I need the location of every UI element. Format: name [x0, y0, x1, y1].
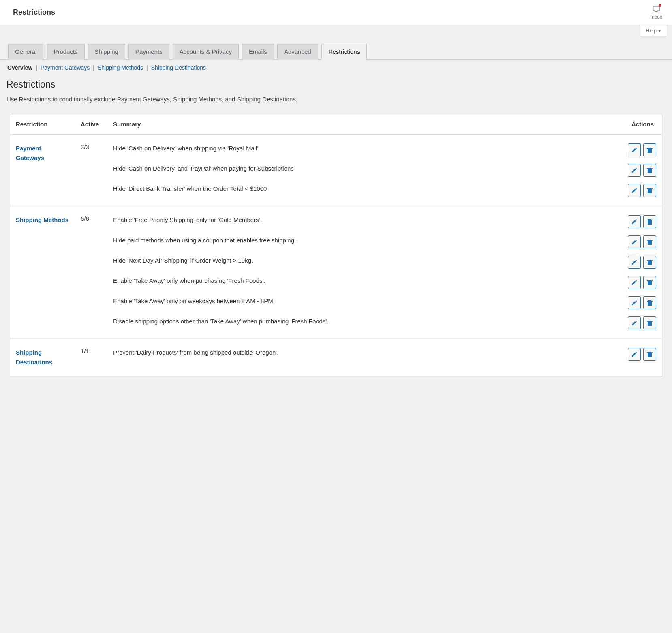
summary-row: Hide 'Direct Bank Transfer' when the Ord… [113, 184, 656, 197]
delete-button[interactable] [643, 316, 656, 329]
row-actions [628, 276, 656, 289]
restriction-link-shipping-destinations[interactable]: Shipping Destinations [16, 348, 69, 367]
active-count: 6/6 [81, 215, 89, 222]
summary-text: Hide 'Cash on Delivery' and 'PayPal' whe… [113, 164, 621, 173]
trash-icon [646, 279, 653, 286]
edit-button[interactable] [628, 184, 641, 197]
edit-button[interactable] [628, 296, 641, 309]
topbar-title: Restrictions [13, 8, 55, 17]
nav-tab-restrictions[interactable]: Restrictions [321, 44, 367, 60]
delete-button[interactable] [643, 215, 656, 228]
delete-button[interactable] [643, 164, 656, 177]
inbox-icon [652, 5, 661, 13]
pencil-icon [631, 299, 638, 306]
edit-button[interactable] [628, 348, 641, 361]
delete-button[interactable] [643, 143, 656, 156]
edit-button[interactable] [628, 164, 641, 177]
summary-text: Hide 'Cash on Delivery' when shipping vi… [113, 143, 621, 153]
nav-tab-products[interactable]: Products [47, 44, 84, 60]
table-row: Payment Gateways3/3Hide 'Cash on Deliver… [10, 135, 662, 206]
active-count: 1/1 [81, 348, 89, 355]
trash-icon [646, 147, 653, 153]
delete-button[interactable] [643, 256, 656, 269]
edit-button[interactable] [628, 256, 641, 269]
summary-row: Hide 'Cash on Delivery' when shipping vi… [113, 143, 656, 164]
nav-tab-shipping[interactable]: Shipping [88, 44, 125, 60]
edit-button[interactable] [628, 215, 641, 228]
inbox-label: Inbox [651, 14, 662, 20]
inbox-button[interactable]: Inbox [651, 5, 662, 20]
delete-button[interactable] [643, 184, 656, 197]
nav-tab-emails[interactable]: Emails [242, 44, 274, 60]
page-title: Restrictions [6, 79, 666, 90]
table-row: Shipping Methods6/6Enable 'Free Priority… [10, 206, 662, 339]
pencil-icon [631, 147, 638, 153]
separator: | [92, 64, 95, 71]
subnav-overview: Overview [6, 64, 33, 71]
pencil-icon [631, 351, 638, 357]
delete-button[interactable] [643, 348, 656, 361]
separator: | [35, 64, 38, 71]
restriction-link-shipping-methods[interactable]: Shipping Methods [16, 215, 68, 225]
row-actions [628, 235, 656, 248]
row-actions [628, 215, 656, 228]
row-actions [628, 348, 656, 361]
summary-text: Enable 'Take Away' only when purchasing … [113, 276, 621, 285]
trash-icon [646, 351, 653, 357]
subnav-payment-gateways[interactable]: Payment Gateways [40, 64, 90, 71]
nav-tab-payments[interactable]: Payments [128, 44, 169, 60]
help-button[interactable]: Help ▾ [640, 25, 667, 36]
summary-row: Hide paid methods when using a coupon th… [113, 235, 656, 256]
row-actions [628, 164, 656, 177]
summary-row: Prevent 'Dairy Products' from being ship… [113, 348, 656, 361]
caret-down-icon: ▾ [658, 28, 661, 34]
summary-text: Enable 'Free Priority Shipping' only for… [113, 215, 621, 225]
summary-text: Prevent 'Dairy Products' from being ship… [113, 348, 621, 357]
subnav-shipping-destinations[interactable]: Shipping Destinations [150, 64, 207, 71]
restrictions-table-wrap: Restriction Active Summary Actions Payme… [10, 114, 662, 376]
restriction-link-payment-gateways[interactable]: Payment Gateways [16, 143, 69, 163]
pencil-icon [631, 187, 638, 194]
row-actions [628, 143, 656, 156]
nav-tab-advanced[interactable]: Advanced [277, 44, 318, 60]
delete-button[interactable] [643, 296, 656, 309]
row-actions [628, 184, 656, 197]
summary-row: Enable 'Take Away' only on weekdays betw… [113, 296, 656, 316]
summary-row: Hide 'Next Day Air Shipping' if Order We… [113, 256, 656, 276]
delete-button[interactable] [643, 235, 656, 248]
delete-button[interactable] [643, 276, 656, 289]
th-active: Active [75, 114, 107, 135]
pencil-icon [631, 279, 638, 286]
summary-row: Enable 'Free Priority Shipping' only for… [113, 215, 656, 235]
help-row: Help ▾ [0, 25, 672, 36]
content: Restrictions Use Restrictions to conditi… [0, 71, 672, 393]
table-row: Shipping Destinations1/1Prevent 'Dairy P… [10, 339, 662, 376]
summary-text: Hide 'Direct Bank Transfer' when the Ord… [113, 184, 621, 193]
topbar: Restrictions Inbox [0, 0, 672, 25]
edit-button[interactable] [628, 235, 641, 248]
summary-text: Hide 'Next Day Air Shipping' if Order We… [113, 256, 621, 265]
row-actions [628, 296, 656, 309]
row-actions [628, 316, 656, 329]
subnav-shipping-methods[interactable]: Shipping Methods [97, 64, 144, 71]
edit-button[interactable] [628, 143, 641, 156]
trash-icon [646, 167, 653, 173]
nav-tab-general[interactable]: General [8, 44, 43, 60]
active-count: 3/3 [81, 143, 89, 150]
edit-button[interactable] [628, 276, 641, 289]
th-summary: Summary [107, 114, 617, 135]
th-restriction: Restriction [10, 114, 75, 135]
trash-icon [646, 187, 653, 194]
separator: | [146, 64, 149, 71]
nav-tab-accounts-privacy[interactable]: Accounts & Privacy [173, 44, 239, 60]
summary-text: Enable 'Take Away' only on weekdays betw… [113, 296, 621, 306]
th-actions: Actions [617, 114, 662, 135]
pencil-icon [631, 320, 638, 326]
row-actions [628, 256, 656, 269]
restrictions-table: Restriction Active Summary Actions Payme… [10, 114, 662, 376]
edit-button[interactable] [628, 316, 641, 329]
nav-tabs: GeneralProductsShippingPaymentsAccounts … [0, 36, 672, 60]
summary-row: Hide 'Cash on Delivery' and 'PayPal' whe… [113, 164, 656, 184]
subnav: Overview|Payment Gateways|Shipping Metho… [0, 60, 672, 71]
summary-row: Disable shipping options other than 'Tak… [113, 316, 656, 329]
